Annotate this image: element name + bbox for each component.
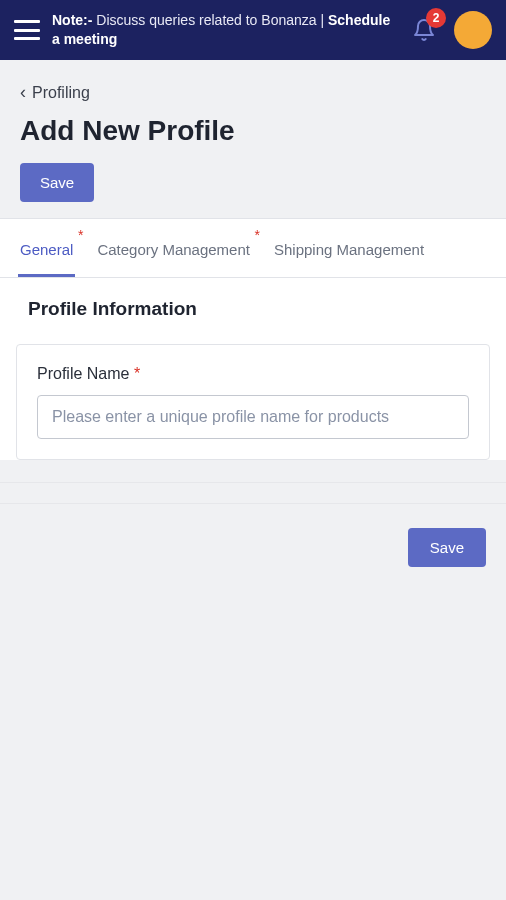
avatar[interactable]: [454, 11, 492, 49]
breadcrumb-label: Profiling: [32, 84, 90, 102]
chevron-left-icon: ‹: [20, 82, 26, 103]
header-note: Note:- Discuss queries related to Bonanz…: [52, 11, 394, 49]
tab-general[interactable]: General *: [18, 219, 75, 277]
menu-icon[interactable]: [14, 20, 40, 40]
main-card: General * Category Management * Shipping…: [0, 218, 506, 460]
tab-label: General: [20, 241, 73, 258]
section-title: Profile Information: [0, 278, 506, 330]
note-text: Discuss queries related to Bonanza |: [96, 12, 324, 28]
required-mark: *: [134, 365, 140, 382]
breadcrumb[interactable]: ‹ Profiling: [20, 82, 90, 103]
page-header-area: ‹ Profiling Add New Profile Save: [0, 60, 506, 218]
save-button[interactable]: Save: [20, 163, 94, 202]
page-title: Add New Profile: [20, 115, 486, 147]
tabs: General * Category Management * Shipping…: [0, 219, 506, 278]
divider: [0, 482, 506, 504]
footer-bar: Save: [0, 504, 506, 591]
tab-label: Category Management: [97, 241, 250, 258]
profile-name-input[interactable]: [37, 395, 469, 439]
profile-name-label: Profile Name *: [37, 365, 469, 383]
required-mark: *: [78, 227, 83, 243]
notification-badge: 2: [426, 8, 446, 28]
tab-category-management[interactable]: Category Management *: [95, 219, 252, 277]
tab-label: Shipping Management: [274, 241, 424, 258]
note-prefix: Note:-: [52, 12, 92, 28]
notifications-button[interactable]: 2: [406, 12, 442, 48]
required-mark: *: [255, 227, 260, 243]
profile-info-card: Profile Name *: [16, 344, 490, 460]
tab-shipping-management[interactable]: Shipping Management: [272, 219, 426, 277]
save-button-bottom[interactable]: Save: [408, 528, 486, 567]
app-header: Note:- Discuss queries related to Bonanz…: [0, 0, 506, 60]
